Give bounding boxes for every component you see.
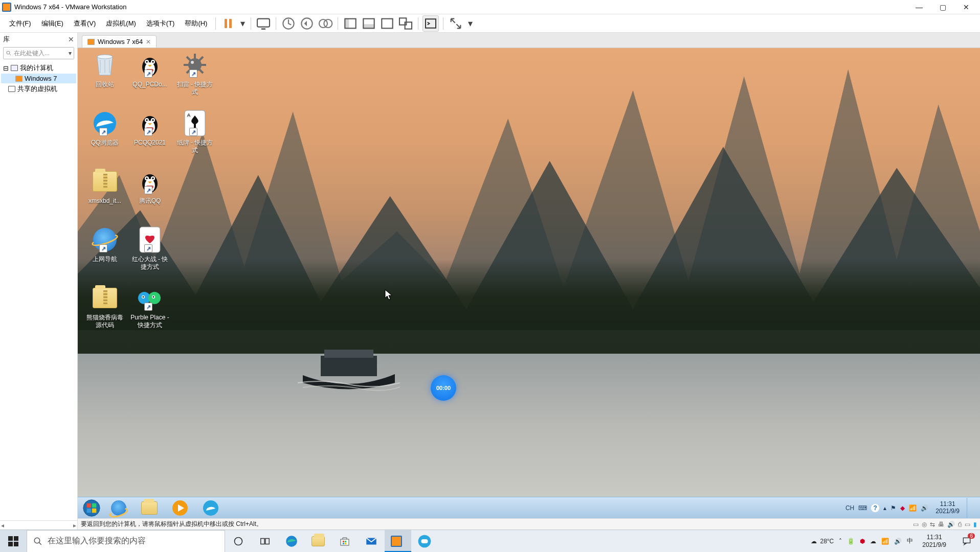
recording-timer-widget[interactable]: 00:00 — [431, 375, 456, 401]
host-edge-button[interactable] — [278, 530, 305, 553]
host-explorer-button[interactable] — [305, 530, 331, 553]
vmware-messages-icon[interactable]: ▮ — [973, 521, 977, 528]
vm-power-dropdown[interactable]: ▾ — [238, 15, 247, 32]
menu-file[interactable]: 文件(F) — [4, 14, 36, 33]
host-notifications-button[interactable]: 6 — [955, 530, 978, 553]
svg-rect-73 — [343, 541, 344, 542]
host-start-button[interactable] — [0, 530, 27, 553]
vm-tab-close-button[interactable]: ✕ — [146, 38, 151, 45]
tray-security-icon[interactable]: ◆ — [900, 504, 905, 512]
host-taskview-button[interactable] — [252, 530, 278, 553]
desktop-icon-ie-nav[interactable]: ↗上网导航 — [83, 226, 127, 263]
vm-tab-windows7[interactable]: Windows 7 x64 ✕ — [82, 35, 157, 48]
desktop-icon-hearts[interactable]: ↗红心大战 - 快捷方式 — [128, 226, 172, 271]
host-cortana-button[interactable] — [225, 530, 252, 553]
desktop-icon-pcqq2021[interactable]: ↗PCQQ2021 — [128, 109, 172, 147]
stretch-guest-button[interactable] — [448, 15, 464, 32]
desktop-icon-purble[interactable]: ↗Purble Place - 快捷方式 — [128, 284, 172, 329]
device-network-icon[interactable]: ⇆ — [930, 521, 935, 528]
win7-start-button[interactable] — [81, 497, 102, 519]
menu-tabs[interactable]: 选项卡(T) — [141, 14, 180, 33]
snapshot-revert-button[interactable] — [299, 15, 315, 32]
taskbar-explorer-button[interactable] — [135, 499, 164, 517]
device-hdd-icon[interactable]: ▭ — [913, 521, 919, 528]
tree-my-computer[interactable]: ⊟ 我的计算机 — [1, 62, 76, 74]
device-sound-icon[interactable]: 🔊 — [947, 521, 955, 528]
snapshot-take-button[interactable] — [280, 15, 297, 32]
panda-src-icon — [91, 284, 119, 312]
svg-rect-40 — [194, 124, 196, 128]
window-close-button[interactable]: ✕ — [954, 0, 978, 14]
device-printer-icon[interactable]: 🖶 — [938, 521, 944, 528]
desktop-icon-panda-src[interactable]: 熊猫烧香病毒源代码 — [83, 284, 127, 329]
device-display-icon[interactable]: ▭ — [965, 521, 970, 528]
host-volume-icon[interactable]: 🔊 — [894, 538, 902, 545]
taskbar-media-player-button[interactable] — [166, 499, 194, 517]
console-view-button[interactable] — [422, 15, 439, 32]
taskbar-ie-button[interactable] — [104, 499, 133, 517]
snapshot-manager-button[interactable] — [317, 15, 333, 32]
host-games-button[interactable] — [411, 530, 438, 553]
taskbar-qqbrowser-button[interactable] — [196, 499, 225, 517]
view-single-button[interactable] — [342, 15, 359, 32]
send-ctrl-alt-del-button[interactable] — [255, 15, 272, 32]
guest-clock[interactable]: 11:31 2021/9/9 — [932, 501, 963, 515]
tree-shared-vms[interactable]: 共享的虚拟机 — [1, 83, 76, 95]
menu-view[interactable]: 查看(V) — [69, 14, 101, 33]
tray-chevron-up-icon[interactable]: ▴ — [883, 504, 886, 512]
tray-lang-indicator[interactable]: CH — [845, 504, 854, 512]
host-clock[interactable]: 11:31 2021/9/9 — [918, 534, 950, 548]
menu-edit[interactable]: 编辑(E) — [36, 14, 69, 33]
view-fullscreen-button[interactable] — [379, 15, 395, 32]
host-weather-widget[interactable]: ☁28°C — [811, 538, 834, 545]
sidebar-tree: ⊟ 我的计算机 Windows 7 共享的虚拟机 — [0, 60, 77, 97]
menu-help[interactable]: 帮助(H) — [180, 14, 212, 33]
desktop-icon-recycle-bin[interactable]: 回收站 — [83, 51, 127, 88]
host-search-input[interactable]: 在这里输入你要搜索的内容 — [27, 530, 225, 553]
view-unity-button[interactable] — [397, 15, 414, 32]
tray-keyboard-icon[interactable]: ⌨ — [858, 504, 867, 512]
guest-viewport[interactable]: 回收站↗QQ_PCDo...↗扫雷 - 快捷方式↗QQ浏览器↗PCQQ2021A… — [78, 48, 980, 518]
vm-power-button[interactable] — [220, 15, 236, 32]
purble-label: Purble Place - 快捷方式 — [128, 314, 172, 329]
tray-network-icon[interactable]: 📶 — [909, 504, 917, 512]
device-usb-icon[interactable]: ⎙ — [958, 521, 962, 528]
tencent-qq-icon: ↗ — [136, 168, 164, 195]
desktop-icon-qq-pcdo[interactable]: ↗QQ_PCDo... — [128, 51, 172, 88]
view-console-button[interactable] — [361, 15, 377, 32]
host-tray-app-icon[interactable]: ⬢ — [860, 538, 865, 545]
sidebar-horizontal-scrollbar[interactable]: ◂▸ — [0, 520, 77, 530]
window-maximize-button[interactable]: ▢ — [931, 0, 954, 14]
svg-point-17 — [97, 55, 113, 59]
guest-show-desktop-button[interactable] — [967, 498, 974, 518]
tray-volume-icon[interactable]: 🔊 — [921, 504, 928, 512]
xmsxbd-icon — [91, 168, 119, 195]
host-store-button[interactable] — [331, 530, 358, 553]
host-tray-chevron-up-icon[interactable]: ˄ — [839, 538, 842, 545]
host-vmware-button[interactable] — [385, 530, 411, 553]
desktop-icon-tencent-qq[interactable]: ↗腾讯QQ — [128, 168, 172, 205]
host-ime-indicator[interactable]: 中 — [907, 537, 913, 545]
menu-vm[interactable]: 虚拟机(M) — [101, 14, 141, 33]
svg-rect-60 — [92, 508, 97, 513]
desktop-icon-solitaire[interactable]: A↗纸牌 - 快捷方式 — [173, 109, 217, 154]
sidebar-close-button[interactable]: ✕ — [68, 35, 74, 43]
tree-vm-windows7[interactable]: Windows 7 — [1, 74, 76, 83]
host-mail-button[interactable] — [358, 530, 385, 553]
host-wifi-icon[interactable]: 📶 — [881, 538, 889, 545]
host-weather-temp: 28°C — [820, 538, 834, 545]
desktop-icon-qq-browser[interactable]: ↗QQ浏览器 — [83, 109, 127, 147]
minesweeper-icon: ↗ — [181, 51, 209, 79]
window-minimize-button[interactable]: — — [907, 0, 931, 14]
device-cd-icon[interactable]: ◎ — [922, 521, 927, 528]
tray-help-icon[interactable]: ? — [871, 504, 879, 512]
desktop-icon-minesweeper[interactable]: ↗扫雷 - 快捷方式 — [173, 51, 217, 96]
stretch-dropdown[interactable]: ▾ — [466, 15, 474, 32]
sidebar-search-input[interactable]: 在此处键入... ▾ — [3, 47, 74, 59]
qq-pcdo-label: QQ_PCDo... — [128, 81, 172, 88]
host-battery-icon[interactable]: 🔋 — [847, 538, 855, 545]
guest-desktop[interactable]: 回收站↗QQ_PCDo...↗扫雷 - 快捷方式↗QQ浏览器↗PCQQ2021A… — [78, 48, 980, 518]
tray-flag-icon[interactable]: ⚑ — [890, 504, 896, 512]
host-onedrive-icon[interactable]: ☁ — [870, 538, 876, 545]
desktop-icon-xmsxbd[interactable]: xmsxbd_it... — [83, 168, 127, 205]
